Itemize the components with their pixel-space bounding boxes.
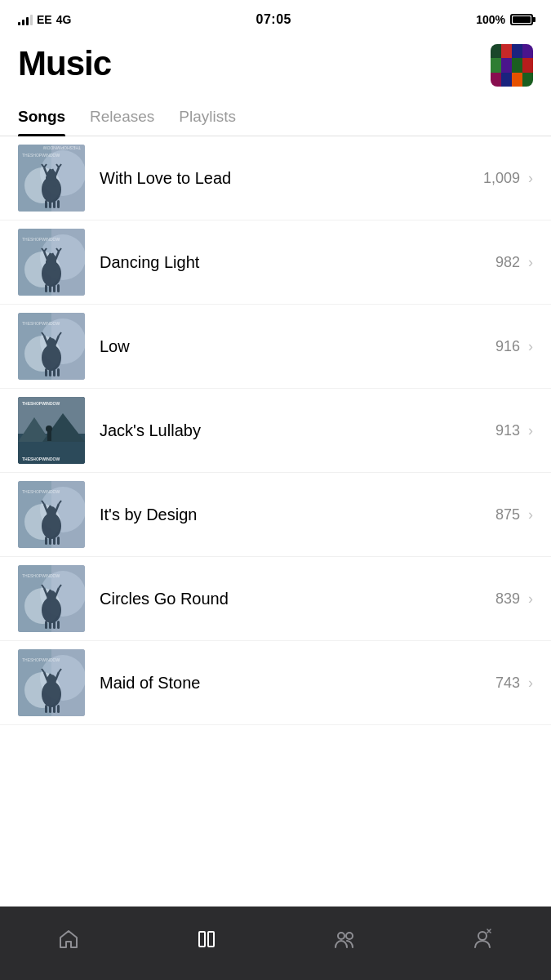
song-name: Low xyxy=(100,337,130,356)
svg-rect-110 xyxy=(57,621,60,629)
battery-icon xyxy=(510,14,533,25)
svg-rect-125 xyxy=(53,705,56,713)
status-left: EE 4G xyxy=(18,13,71,26)
tab-bar: Songs Releases Playlists xyxy=(0,98,551,136)
svg-rect-51 xyxy=(49,284,51,292)
svg-text:THESHOPWINDOW: THESHOPWINDOW xyxy=(22,401,60,406)
svg-text:THESHOPWINDOW: THESHOPWINDOW xyxy=(22,321,60,326)
song-name: Dancing Light xyxy=(100,253,199,272)
svg-rect-1 xyxy=(501,44,512,58)
play-count: 916 xyxy=(495,338,520,355)
svg-rect-28 xyxy=(45,200,47,208)
song-name: Maid of Stone xyxy=(100,674,200,693)
song-artwork: THESHOPWINDOW THESHOPWINDOW xyxy=(18,145,85,212)
song-info: Circles Go Round 839 › xyxy=(100,590,533,608)
svg-rect-7 xyxy=(522,58,533,73)
list-item[interactable]: THESHOPWINDOW THESHOPWINDOW With Love to… xyxy=(0,136,551,220)
song-right: 875 › xyxy=(495,506,533,523)
bottom-tab-bar xyxy=(0,906,551,980)
chevron-icon: › xyxy=(528,254,533,271)
bottom-tab-home[interactable] xyxy=(44,928,93,951)
list-item[interactable]: THESHOPWINDOW Maid of Stone 743 › xyxy=(0,641,551,725)
svg-rect-4 xyxy=(491,58,501,73)
svg-text:THESHOPWINDOW: THESHOPWINDOW xyxy=(22,489,60,494)
play-count: 839 xyxy=(495,590,520,608)
list-item[interactable]: THESHOPWINDOW Low 916 › xyxy=(0,305,551,389)
song-right: 916 › xyxy=(495,338,533,355)
svg-rect-3 xyxy=(522,44,533,58)
avatar[interactable] xyxy=(491,44,533,87)
song-artwork: THESHOPWINDOW xyxy=(18,565,85,632)
svg-rect-9 xyxy=(501,73,512,87)
chevron-icon: › xyxy=(528,170,533,187)
carrier-label: EE xyxy=(37,13,52,26)
list-item[interactable]: THESHOPWINDOW Dancing Light 982 › xyxy=(0,220,551,305)
svg-rect-108 xyxy=(49,621,51,629)
list-item[interactable]: THESHOPWINDOW It's by Design 875 › xyxy=(0,473,551,557)
signal-icon xyxy=(18,14,33,25)
groups-icon xyxy=(333,928,356,951)
play-count: 743 xyxy=(495,675,520,692)
tab-releases[interactable]: Releases xyxy=(90,98,154,136)
song-list: THESHOPWINDOW THESHOPWINDOW With Love to… xyxy=(0,136,551,725)
svg-text:THESHOPWINDOW: THESHOPWINDOW xyxy=(22,657,60,662)
svg-text:THESHOPWINDOW: THESHOPWINDOW xyxy=(22,457,60,461)
chevron-icon: › xyxy=(528,675,533,692)
svg-rect-52 xyxy=(53,284,56,292)
svg-point-131 xyxy=(346,933,353,939)
network-label: 4G xyxy=(56,13,72,26)
svg-rect-0 xyxy=(491,44,501,58)
battery-percent: 100% xyxy=(476,13,505,26)
song-artwork: THESHOPWINDOW xyxy=(18,649,85,716)
bottom-tab-library[interactable] xyxy=(182,928,231,951)
svg-rect-50 xyxy=(45,284,47,292)
tab-songs[interactable]: Songs xyxy=(18,98,65,136)
song-name: Jack's Lullaby xyxy=(100,421,201,440)
song-right: 1,009 › xyxy=(483,170,533,187)
song-info: Low 916 › xyxy=(100,337,533,356)
chevron-icon: › xyxy=(528,338,533,355)
song-name: Circles Go Round xyxy=(100,590,229,608)
svg-point-130 xyxy=(338,933,344,939)
header: Music xyxy=(0,36,551,98)
song-name: With Love to Lead xyxy=(100,169,231,188)
svg-rect-5 xyxy=(501,58,512,73)
svg-point-49 xyxy=(47,254,56,265)
status-bar: EE 4G 07:05 100% xyxy=(0,0,551,36)
svg-rect-94 xyxy=(57,537,60,545)
svg-rect-124 xyxy=(49,705,51,713)
song-artwork: THESHOPWINDOW xyxy=(18,313,85,380)
svg-rect-129 xyxy=(208,932,214,947)
svg-rect-128 xyxy=(199,932,205,947)
song-info: It's by Design 875 › xyxy=(100,506,533,524)
bottom-tab-groups[interactable] xyxy=(320,928,369,951)
svg-text:THESHOPWINDOW: THESHOPWINDOW xyxy=(43,145,81,150)
profile-icon xyxy=(471,928,494,951)
svg-text:THESHOPWINDOW: THESHOPWINDOW xyxy=(22,153,60,158)
svg-rect-30 xyxy=(53,200,56,208)
avatar-image xyxy=(491,44,533,87)
svg-rect-31 xyxy=(57,200,60,208)
song-info: Maid of Stone 743 › xyxy=(100,674,533,693)
svg-rect-2 xyxy=(512,44,522,58)
song-artwork: THESHOPWINDOW xyxy=(18,229,85,296)
song-info: With Love to Lead 1,009 › xyxy=(100,169,533,188)
svg-rect-107 xyxy=(45,621,47,629)
list-item[interactable]: THESHOPWINDOW THESHOPWINDOW Jack's Lulla… xyxy=(0,389,551,473)
svg-point-132 xyxy=(478,932,487,940)
svg-rect-29 xyxy=(49,200,51,208)
play-count: 982 xyxy=(495,254,520,271)
status-right: 100% xyxy=(476,13,533,26)
song-right: 839 › xyxy=(495,590,533,608)
page-title: Music xyxy=(18,44,111,83)
bottom-tab-profile[interactable] xyxy=(458,928,507,951)
tab-playlists[interactable]: Playlists xyxy=(179,98,236,136)
play-count: 1,009 xyxy=(483,170,520,187)
svg-point-90 xyxy=(47,506,56,518)
song-artwork: THESHOPWINDOW xyxy=(18,481,85,548)
list-item[interactable]: THESHOPWINDOW Circles Go Round 839 › xyxy=(0,557,551,641)
svg-point-77 xyxy=(46,425,52,432)
svg-rect-8 xyxy=(491,73,501,87)
svg-rect-93 xyxy=(53,537,56,545)
svg-rect-69 xyxy=(57,368,60,376)
